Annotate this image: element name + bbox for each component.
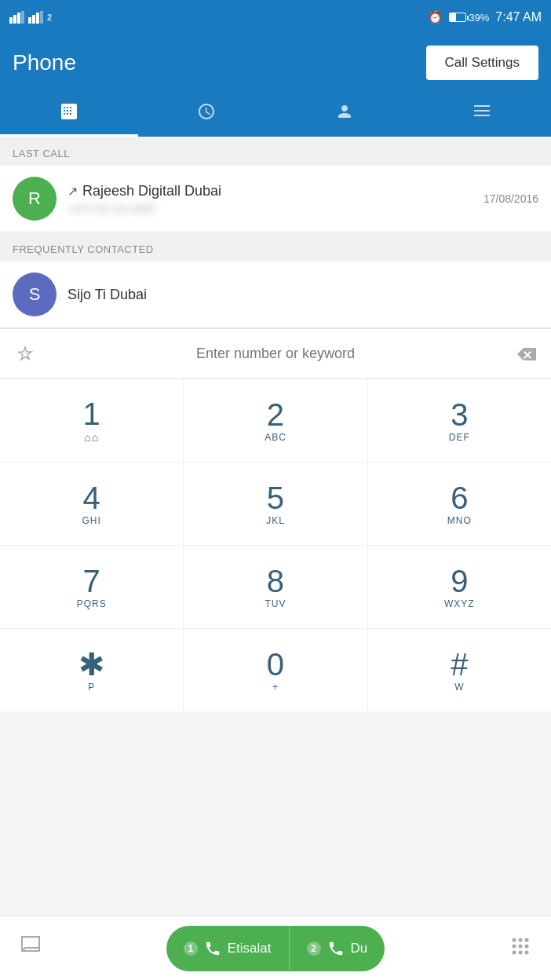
key-2[interactable]: 2 ABC	[184, 379, 367, 462]
svg-point-13	[512, 944, 516, 948]
outgoing-arrow-icon: ↗	[68, 184, 78, 199]
call-icon-1	[204, 940, 221, 957]
backspace-button[interactable]	[510, 338, 542, 370]
svg-point-16	[512, 950, 516, 954]
bottom-bar: 1 Etisalat 2 Du	[0, 916, 551, 980]
alarm-icon: ⏰	[428, 10, 443, 24]
dialpad-row-1: 1 ⌂⌂ 2 ABC 3 DEF	[0, 379, 551, 463]
svg-point-12	[524, 938, 528, 942]
sim1-number: 1	[184, 942, 198, 956]
dialpad: 1 ⌂⌂ 2 ABC 3 DEF 4 GHI 5 JKL 6 MNO 7 PQR…	[0, 379, 551, 711]
call-button-group: 1 Etisalat 2 Du	[166, 926, 385, 971]
key-6[interactable]: 6 MNO	[368, 463, 551, 545]
last-call-avatar: R	[13, 177, 57, 221]
carrier-2-label: 2	[47, 13, 52, 22]
tab-contacts[interactable]	[276, 91, 414, 137]
svg-rect-4	[28, 17, 31, 24]
recents-tab-icon	[195, 101, 217, 127]
frequently-contacted-label: FREQUENTLY CONTACTED	[0, 232, 551, 261]
key-9[interactable]: 9 WXYZ	[368, 546, 551, 628]
signal-icon-1	[9, 11, 25, 24]
svg-rect-2	[17, 13, 20, 24]
last-call-name: ↗ Rajeesh Digitall Dubai	[68, 183, 483, 199]
svg-point-15	[524, 944, 528, 948]
contacts-tab-icon	[334, 101, 356, 127]
svg-point-10	[512, 938, 516, 942]
signal-icon-2	[28, 11, 44, 24]
key-0[interactable]: 0 +	[184, 629, 367, 711]
last-call-date: 17/08/2016	[483, 192, 538, 205]
dialpad-row-2: 4 GHI 5 JKL 6 MNO	[0, 463, 551, 546]
svg-rect-5	[32, 15, 35, 24]
call-icon-2	[327, 940, 345, 957]
sim2-number: 2	[307, 942, 321, 956]
dialpad-tab-icon	[58, 101, 80, 127]
svg-rect-7	[40, 11, 43, 24]
key-1[interactable]: 1 ⌂⌂	[0, 379, 184, 462]
battery-indicator: 39%	[449, 12, 489, 24]
svg-rect-6	[36, 13, 39, 24]
battery-pct: 39%	[469, 12, 489, 24]
last-call-item[interactable]: R ↗ Rajeesh Digitall Dubai +971 55 123 4…	[0, 166, 551, 232]
svg-point-17	[518, 950, 522, 954]
key-7[interactable]: 7 PQRS	[0, 546, 184, 628]
frequent-contact-item[interactable]: S Sijo Ti Dubai	[0, 261, 551, 328]
key-hash[interactable]: # W	[368, 629, 551, 711]
svg-point-18	[524, 950, 528, 954]
key-star[interactable]: ✱ P	[0, 629, 184, 711]
tab-bar	[0, 91, 551, 137]
frequent-contact-avatar: S	[13, 272, 57, 316]
tab-recents[interactable]	[138, 91, 276, 137]
key-5[interactable]: 5 JKL	[184, 463, 367, 545]
last-call-section-label: LAST CALL	[0, 137, 551, 166]
svg-rect-1	[13, 15, 16, 24]
key-4[interactable]: 4 GHI	[0, 463, 184, 545]
sim1-label: Etisalat	[228, 941, 272, 956]
dialpad-row-4: ✱ P 0 + # W	[0, 629, 551, 711]
frequent-contact-name: Sijo Ti Dubai	[68, 287, 538, 303]
call-settings-button[interactable]: Call Settings	[426, 46, 538, 80]
call-sim2-button[interactable]: 2 Du	[290, 926, 385, 971]
svg-point-11	[518, 938, 522, 942]
time-display: 7:47 AM	[495, 10, 542, 24]
call-sim1-button[interactable]: 1 Etisalat	[166, 926, 290, 971]
favorite-toggle-button[interactable]	[9, 338, 41, 370]
app-title: Phone	[13, 50, 76, 75]
dialpad-row-3: 7 PQRS 8 TUV 9 WXYZ	[0, 546, 551, 629]
frequent-contact-info: Sijo Ti Dubai	[68, 287, 538, 303]
grid-dots-icon	[509, 934, 532, 958]
svg-rect-3	[21, 11, 24, 24]
last-call-info: ↗ Rajeesh Digitall Dubai +971 55 123 456…	[68, 183, 483, 215]
tab-dialpad[interactable]	[0, 91, 138, 137]
last-call-number: +971 55 123 4567	[68, 203, 483, 215]
grid-button[interactable]	[509, 934, 532, 963]
number-input[interactable]	[41, 346, 510, 362]
svg-point-14	[518, 944, 522, 948]
status-left: 2	[9, 11, 52, 24]
sim2-label: Du	[351, 941, 368, 956]
favorites-tab-icon	[471, 101, 493, 127]
app-header: Phone Call Settings	[0, 35, 551, 91]
status-right: ⏰ 39% 7:47 AM	[428, 10, 542, 24]
tab-favorites[interactable]	[414, 91, 552, 137]
status-bar: 2 ⏰ 39% 7:47 AM	[0, 0, 551, 35]
dialpad-input-row	[0, 329, 551, 379]
svg-rect-0	[9, 17, 13, 24]
key-8[interactable]: 8 TUV	[184, 546, 367, 628]
sms-button[interactable]	[19, 934, 42, 963]
key-3[interactable]: 3 DEF	[368, 379, 551, 462]
